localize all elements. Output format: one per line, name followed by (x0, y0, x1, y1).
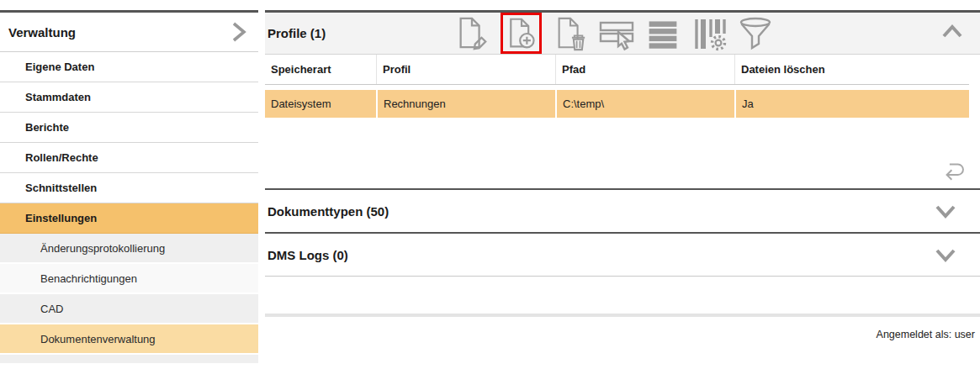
delete-document-button[interactable] (553, 15, 588, 52)
dms-logs-expand-button[interactable] (935, 249, 956, 262)
sidebar-item-rollen-rechte[interactable]: Rollen/Rechte (0, 143, 258, 173)
profile-table-footer (265, 118, 980, 188)
sidebar-subitem-label: CAD (40, 303, 63, 315)
edit-document-button[interactable] (454, 15, 490, 52)
column-header-profil[interactable]: Profil (376, 55, 555, 84)
barcode-settings-icon (691, 15, 728, 52)
sidebar-subitem-label: Änderungsprotokollierung (40, 242, 165, 255)
sidebar-item-label: Rollen/Rechte (25, 151, 98, 164)
add-document-button[interactable] (501, 13, 542, 54)
chevron-down-icon (935, 205, 956, 219)
section-dms-logs[interactable]: DMS Logs (0) (265, 234, 980, 276)
column-header-pfad[interactable]: Pfad (555, 55, 734, 84)
column-header-speicherart[interactable]: Speicherart (265, 55, 376, 84)
chevron-down-icon (935, 249, 956, 262)
section-dokumenttypen[interactable]: Dokumenttypen (50) (265, 190, 980, 232)
dokumenttypen-expand-button[interactable] (935, 205, 956, 219)
profile-table-header: Speicherart Profil Pfad Dateien löschen (265, 55, 969, 85)
select-row-button[interactable] (599, 15, 634, 52)
section-title: DMS Logs (0) (265, 248, 348, 262)
filter-icon (737, 15, 774, 52)
barcode-settings-button[interactable] (691, 15, 727, 52)
sidebar-subitem-label: Benachrichtigungen (40, 272, 137, 285)
profile-collapse-button[interactable] (941, 24, 963, 38)
sidebar-item-schnittstellen[interactable]: Schnittstellen (0, 173, 258, 203)
main-panel: Profile (1) (265, 10, 980, 340)
undo-arrow-icon (941, 160, 965, 182)
cell-profil: Rechnungen (376, 90, 555, 118)
profile-table: Speicherart Profil Pfad Dateien löschen … (265, 55, 969, 118)
sidebar-subitem-aenderungsprotokollierung[interactable]: Änderungsprotokollierung (0, 234, 258, 264)
profile-section-title: Profile (1) (265, 26, 326, 40)
sidebar-subitem-benachrichtigungen[interactable]: Benachrichtigungen (0, 264, 258, 294)
rows-list-button[interactable] (645, 15, 681, 52)
status-bar: Angemeldet als: user (265, 317, 980, 340)
select-row-icon (598, 15, 635, 52)
edit-document-icon (454, 15, 490, 52)
logged-in-as-text: Angemeldet als: user (877, 329, 975, 340)
table-row-selected[interactable]: Dateisystem Rechnungen C:\temp\ Ja (265, 90, 969, 118)
sidebar-title: Verwaltung (8, 25, 228, 40)
chevron-right-icon[interactable] (228, 20, 248, 44)
sidebar-item-label: Eigene Daten (25, 61, 94, 73)
sidebar-item-label: Stammdaten (25, 91, 91, 103)
sidebar-next-item-clipped (0, 355, 258, 363)
add-document-icon (505, 16, 538, 51)
sidebar-subitem-label: Dokumentenverwaltung (40, 333, 156, 345)
cell-speicherart: Dateisystem (265, 90, 376, 118)
sidebar-subitem-cad[interactable]: CAD (0, 294, 258, 324)
filter-button[interactable] (738, 15, 773, 52)
chevron-up-icon (941, 24, 963, 38)
delete-document-icon (553, 15, 588, 52)
sidebar-item-label: Einstellungen (25, 212, 97, 224)
sidebar-item-berichte[interactable]: Berichte (0, 113, 258, 143)
cell-pfad: C:\temp\ (555, 90, 734, 118)
sidebar: Verwaltung Eigene Daten Stammdaten Beric… (0, 10, 258, 363)
sidebar-header[interactable]: Verwaltung (0, 10, 258, 52)
sidebar-item-einstellungen[interactable]: Einstellungen (0, 203, 258, 234)
cell-dateien-loeschen: Ja (734, 90, 969, 118)
profile-toolbar (454, 13, 773, 54)
sidebar-item-stammdaten[interactable]: Stammdaten (0, 82, 258, 113)
section-title: Dokumenttypen (50) (265, 204, 389, 219)
footer-gap (265, 277, 980, 314)
profile-section-header: Profile (1) (265, 10, 980, 55)
sidebar-subitem-dokumentenverwaltung[interactable]: Dokumentenverwaltung (0, 324, 258, 355)
sidebar-item-label: Schnittstellen (25, 182, 97, 194)
rows-list-icon (646, 15, 680, 52)
column-header-dateien-loeschen[interactable]: Dateien löschen (734, 55, 969, 84)
sidebar-item-label: Berichte (25, 121, 69, 134)
sidebar-item-eigene-daten[interactable]: Eigene Daten (0, 52, 258, 82)
undo-button[interactable] (941, 160, 965, 182)
